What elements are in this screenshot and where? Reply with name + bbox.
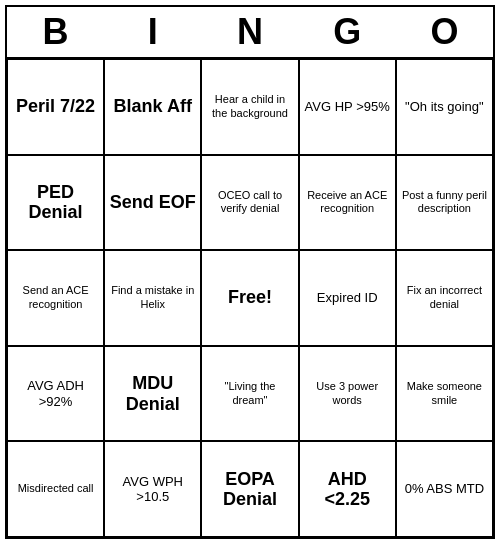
cell-19[interactable]: Make someone smile <box>396 346 493 442</box>
cell-21[interactable]: AVG WPH >10.5 <box>104 441 201 537</box>
header-o: O <box>396 11 493 53</box>
bingo-grid: Peril 7/22 Blank Aff Hear a child in the… <box>7 59 493 537</box>
cell-15[interactable]: AVG ADH >92% <box>7 346 104 442</box>
header-g: G <box>299 11 396 53</box>
bingo-header: B I N G O <box>7 7 493 59</box>
header-n: N <box>201 11 298 53</box>
cell-17[interactable]: "Living the dream" <box>201 346 298 442</box>
cell-14[interactable]: Fix an incorrect denial <box>396 250 493 346</box>
cell-9[interactable]: Post a funny peril description <box>396 155 493 251</box>
bingo-card: B I N G O Peril 7/22 Blank Aff Hear a ch… <box>5 5 495 539</box>
cell-5[interactable]: PED Denial <box>7 155 104 251</box>
cell-23[interactable]: AHD <2.25 <box>299 441 396 537</box>
header-i: I <box>104 11 201 53</box>
header-b: B <box>7 11 104 53</box>
cell-11[interactable]: Find a mistake in Helix <box>104 250 201 346</box>
cell-1[interactable]: Blank Aff <box>104 59 201 155</box>
cell-22[interactable]: EOPA Denial <box>201 441 298 537</box>
cell-4[interactable]: "Oh its going" <box>396 59 493 155</box>
cell-12-free[interactable]: Free! <box>201 250 298 346</box>
cell-18[interactable]: Use 3 power words <box>299 346 396 442</box>
cell-7[interactable]: OCEO call to verify denial <box>201 155 298 251</box>
cell-13[interactable]: Expired ID <box>299 250 396 346</box>
cell-8[interactable]: Receive an ACE recognition <box>299 155 396 251</box>
cell-0[interactable]: Peril 7/22 <box>7 59 104 155</box>
cell-10[interactable]: Send an ACE recognition <box>7 250 104 346</box>
cell-2[interactable]: Hear a child in the background <box>201 59 298 155</box>
cell-24[interactable]: 0% ABS MTD <box>396 441 493 537</box>
cell-16[interactable]: MDU Denial <box>104 346 201 442</box>
cell-6[interactable]: Send EOF <box>104 155 201 251</box>
cell-20[interactable]: Misdirected call <box>7 441 104 537</box>
cell-3[interactable]: AVG HP >95% <box>299 59 396 155</box>
